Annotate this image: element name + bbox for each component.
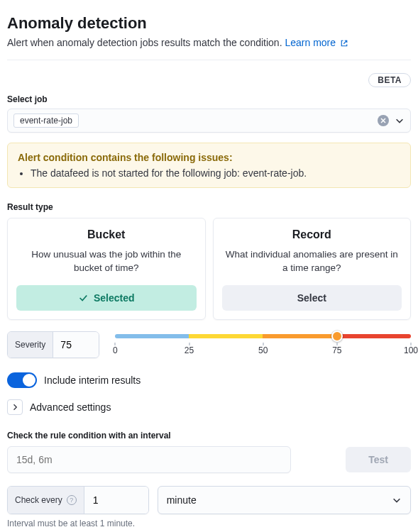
tick-label: 100 [404, 345, 418, 355]
check-every-group: Check every ? [7, 486, 149, 514]
select-record-button[interactable]: Select [222, 285, 402, 311]
check-every-text: Check every [15, 495, 62, 505]
test-button[interactable]: Test [346, 447, 411, 472]
severity-input[interactable] [53, 332, 99, 358]
close-icon [380, 118, 386, 123]
card-btn-label: Selected [94, 292, 135, 304]
check-every-input[interactable] [84, 487, 148, 514]
clear-selection-button[interactable] [378, 115, 389, 126]
subtitle-text: Alert when anomaly detection jobs result… [7, 37, 282, 48]
result-type-card-bucket: Bucket How unusual was the job within th… [7, 218, 206, 320]
advanced-settings-toggle[interactable]: Advanced settings [7, 399, 411, 415]
check-every-help: Interval must be at least 1 minute. [7, 519, 411, 528]
severity-slider[interactable] [115, 334, 411, 338]
interim-results-toggle[interactable] [7, 372, 37, 388]
result-type-label: Result type [7, 202, 411, 212]
issues-callout: Alert condition contains the following i… [7, 143, 411, 188]
chevron-down-icon [392, 495, 402, 505]
tick-label: 75 [332, 345, 341, 355]
tick-label: 25 [185, 345, 194, 355]
divider [7, 60, 411, 60]
tick-label: 50 [258, 345, 268, 355]
page-title: Anomaly detection [7, 14, 411, 33]
external-link-icon [340, 39, 348, 48]
chevron-right-icon [11, 403, 19, 411]
callout-title: Alert condition contains the following i… [18, 152, 400, 163]
select-job-combo[interactable]: event-rate-job [7, 109, 411, 133]
check-every-unit-select[interactable]: minute [158, 486, 411, 514]
chevron-down-icon [395, 116, 405, 126]
check-icon [78, 293, 88, 303]
interval-label: Check the rule condition with an interva… [7, 431, 411, 440]
expand-button[interactable] [7, 399, 23, 415]
severity-label: Severity [8, 332, 53, 358]
unit-selected: minute [167, 494, 197, 506]
slider-thumb[interactable] [331, 331, 343, 342]
card-desc: What individual anomalies are present in… [222, 248, 402, 275]
selected-job-pill[interactable]: event-rate-job [13, 113, 79, 128]
tick-label: 0 [113, 345, 118, 355]
card-btn-label: Select [297, 292, 326, 304]
toggle-knob [23, 374, 35, 387]
page-subtitle: Alert when anomaly detection jobs result… [7, 37, 411, 48]
interval-input[interactable] [7, 446, 291, 473]
check-every-label: Check every ? [8, 487, 84, 514]
severity-input-group: Severity [7, 331, 99, 358]
advanced-settings-label: Advanced settings [30, 401, 111, 413]
help-icon[interactable]: ? [67, 495, 77, 505]
beta-badge: BETA [368, 73, 411, 87]
result-type-card-record: Record What individual anomalies are pre… [213, 218, 412, 320]
card-title: Record [222, 228, 402, 241]
callout-list: The datafeed is not started for the foll… [18, 167, 400, 179]
card-title: Bucket [16, 228, 197, 241]
dropdown-toggle[interactable] [395, 116, 405, 126]
learn-more-link[interactable]: Learn more [285, 37, 348, 48]
callout-item: The datafeed is not started for the foll… [31, 167, 400, 179]
slider-tick-labels: 0 25 50 75 100 [115, 345, 411, 358]
select-bucket-button[interactable]: Selected [16, 285, 197, 311]
card-desc: How unusual was the job within the bucke… [16, 248, 197, 275]
interim-toggle-label: Include interim results [44, 375, 141, 386]
learn-more-text: Learn more [285, 37, 336, 48]
select-job-label: Select job [7, 94, 411, 104]
